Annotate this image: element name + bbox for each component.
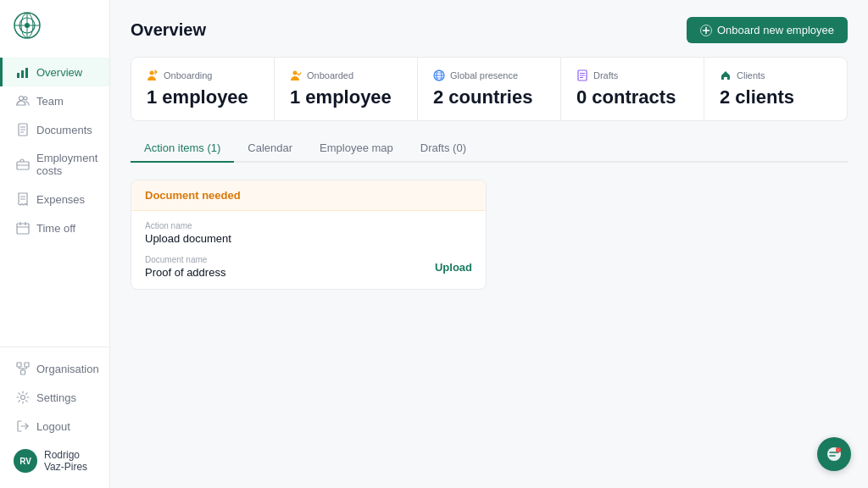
- calendar-icon: [16, 221, 30, 235]
- sidebar-bottom: Organisation Settings Logout RV Rodrigo …: [0, 347, 109, 488]
- sidebar-item-employment-costs[interactable]: Employment costs: [0, 144, 109, 185]
- main-header: Overview Onboard new employee: [110, 0, 868, 57]
- tab-drafts[interactable]: Drafts (0): [407, 135, 480, 163]
- chart-icon: [16, 65, 30, 79]
- svg-point-9: [19, 97, 24, 101]
- stat-card-global: Global presence 2 countries: [418, 58, 561, 120]
- chat-icon: !: [826, 446, 843, 463]
- plus-icon: [700, 25, 712, 36]
- globe-icon: [433, 69, 445, 81]
- sidebar-item-team[interactable]: Team: [0, 86, 109, 115]
- logo: [0, 0, 109, 51]
- svg-rect-8: [25, 68, 28, 78]
- sidebar-item-organisation[interactable]: Organisation: [0, 354, 109, 383]
- action-card: Document needed Action name Upload docum…: [131, 180, 487, 290]
- logout-icon: [16, 419, 30, 433]
- tab-employee-map[interactable]: Employee map: [306, 135, 407, 163]
- sidebar-item-label-organisation: Organisation: [36, 363, 99, 375]
- stat-value-onboarded: 1 employee: [290, 86, 402, 108]
- tab-calendar[interactable]: Calendar: [234, 135, 306, 163]
- tabs: Action items (1) Calendar Employee map D…: [131, 135, 848, 163]
- document-icon: [16, 123, 30, 136]
- user-name: Rodrigo Vaz-Pires: [44, 449, 96, 473]
- sidebar-item-overview[interactable]: Overview: [0, 58, 109, 86]
- stat-label-global: Global presence: [450, 70, 518, 80]
- sidebar-item-label-documents: Documents: [36, 124, 92, 136]
- stat-card-drafts: Drafts 0 contracts: [561, 58, 704, 120]
- person-onboard-icon: [147, 69, 159, 81]
- users-icon: [16, 94, 30, 108]
- house-icon: [720, 69, 732, 81]
- svg-text:!: !: [837, 448, 838, 452]
- action-card-header: Document needed: [131, 180, 486, 211]
- svg-rect-24: [25, 363, 29, 367]
- briefcase-icon: [16, 158, 30, 171]
- stats-row: Onboarding 1 employee Onboarded 1 employ…: [131, 57, 848, 121]
- org-icon: [16, 362, 30, 375]
- avatar: RV: [14, 449, 37, 473]
- stat-label-drafts: Drafts: [593, 70, 618, 80]
- onboard-new-employee-button[interactable]: Onboard new employee: [687, 17, 848, 43]
- sidebar: Overview Team Documents: [0, 0, 110, 488]
- sidebar-item-label-employment-costs: Employment costs: [36, 152, 97, 177]
- svg-point-36: [293, 71, 298, 75]
- upload-link[interactable]: Upload: [435, 261, 472, 274]
- svg-point-10: [24, 97, 27, 100]
- stat-value-drafts: 0 contracts: [576, 86, 688, 108]
- svg-point-30: [21, 396, 25, 400]
- sidebar-item-settings[interactable]: Settings: [0, 383, 109, 412]
- svg-rect-19: [17, 224, 29, 234]
- stat-label-onboarded: Onboarded: [307, 70, 353, 80]
- action-card-body: Action name Upload document Document nam…: [131, 211, 486, 289]
- action-name-row: Action name Upload document: [145, 221, 472, 245]
- sidebar-item-label-logout: Logout: [36, 420, 70, 433]
- document-name-label: Document name: [145, 255, 225, 264]
- stat-value-onboarding: 1 employee: [147, 86, 259, 108]
- stat-value-clients: 2 clients: [720, 86, 832, 108]
- page-title: Overview: [131, 20, 206, 40]
- sidebar-item-documents[interactable]: Documents: [0, 115, 109, 144]
- document-name-value: Proof of address: [145, 266, 225, 279]
- stat-label-onboarding: Onboarding: [164, 70, 213, 80]
- draft-icon: [576, 69, 588, 81]
- svg-rect-7: [21, 70, 24, 78]
- action-card-title: Document needed: [145, 189, 241, 202]
- logo-icon: [14, 12, 41, 39]
- action-name-label: Action name: [145, 221, 472, 230]
- chat-button[interactable]: !: [817, 437, 851, 471]
- svg-rect-6: [17, 73, 19, 78]
- sidebar-item-label-expenses: Expenses: [36, 193, 85, 206]
- stat-card-onboarding: Onboarding 1 employee: [131, 58, 275, 120]
- sidebar-item-label-settings: Settings: [36, 391, 76, 404]
- sidebar-item-time-off[interactable]: Time off: [0, 214, 109, 242]
- stat-label-clients: Clients: [737, 70, 765, 80]
- user-profile[interactable]: RV Rodrigo Vaz-Pires: [0, 441, 109, 481]
- svg-rect-23: [17, 363, 21, 367]
- stat-value-global: 2 countries: [433, 86, 545, 108]
- tab-action-items[interactable]: Action items (1): [131, 135, 234, 163]
- sidebar-item-label-time-off: Time off: [36, 222, 75, 235]
- receipt-icon: [16, 192, 30, 206]
- sidebar-item-expenses[interactable]: Expenses: [0, 185, 109, 214]
- document-name-row: Document name Proof of address Upload: [145, 255, 472, 279]
- sidebar-item-label-overview: Overview: [36, 66, 82, 79]
- sidebar-item-logout[interactable]: Logout: [0, 412, 109, 441]
- stat-card-onboarded: Onboarded 1 employee: [275, 58, 418, 120]
- sidebar-item-label-team: Team: [36, 95, 64, 108]
- person-check-icon: [290, 69, 302, 81]
- stat-card-clients: Clients 2 clients: [704, 58, 847, 120]
- settings-icon: [16, 391, 30, 404]
- sidebar-nav: Overview Team Documents: [0, 51, 109, 347]
- tab-content: Document needed Action name Upload docum…: [110, 163, 868, 488]
- main-content: Overview Onboard new employee Onboarding…: [110, 0, 868, 488]
- svg-rect-25: [21, 370, 25, 374]
- action-name-value: Upload document: [145, 232, 472, 245]
- svg-point-35: [150, 71, 154, 75]
